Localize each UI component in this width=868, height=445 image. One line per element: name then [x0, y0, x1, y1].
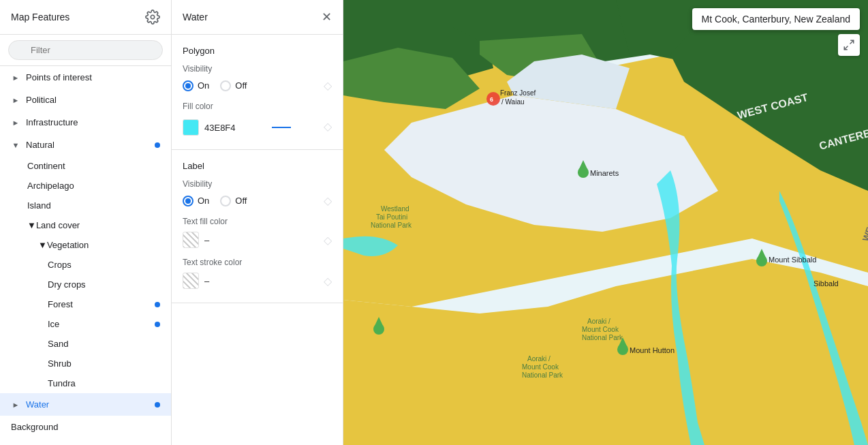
diamond-icon[interactable]: ◇: [324, 275, 332, 288]
nav-label: Shrub: [48, 358, 72, 369]
radio-off: [220, 80, 231, 91]
visibility-on-option[interactable]: On: [183, 80, 209, 91]
off-label: Off: [235, 80, 247, 91]
text-stroke-value: –: [204, 276, 209, 286]
sidebar-item-infrastructure[interactable]: ► Infrastructure: [0, 111, 171, 134]
off-label: Off: [235, 196, 247, 206]
color-swatch[interactable]: [183, 119, 199, 136]
svg-text:Mount Cook: Mount Cook: [582, 326, 619, 333]
text-stroke-color-label: Text stroke color: [183, 258, 332, 267]
sidebar-item-sand[interactable]: Sand: [0, 334, 171, 354]
diamond-icon[interactable]: ◇: [324, 79, 332, 92]
svg-text:National Park: National Park: [522, 371, 563, 379]
modified-dot: [155, 142, 160, 148]
label-visibility-off-option[interactable]: Off: [220, 196, 247, 206]
text-fill-value: –: [204, 235, 209, 245]
color-value: 43E8F4: [204, 123, 324, 133]
fullscreen-icon: [843, 39, 855, 51]
svg-text:/ Waiau: / Waiau: [501, 98, 525, 106]
sidebar-item-island[interactable]: Island: [0, 196, 171, 215]
text-fill-swatch[interactable]: [183, 232, 199, 248]
nav-label: Dry crops: [48, 279, 86, 290]
sidebar: Map Features ► Points of interest ► Poli…: [0, 0, 172, 445]
nav-label: Ice: [48, 319, 59, 329]
sidebar-item-dry-crops[interactable]: Dry crops: [0, 275, 171, 294]
sidebar-item-background[interactable]: Background: [0, 416, 171, 438]
nav-label: Archipelago: [27, 181, 74, 191]
svg-text:Franz Josef: Franz Josef: [500, 89, 536, 97]
svg-text:Westland: Westland: [381, 205, 409, 213]
label-visibility-on-option[interactable]: On: [183, 196, 209, 206]
sidebar-item-water[interactable]: ► Water: [0, 393, 171, 416]
diamond-icon[interactable]: ◇: [324, 234, 332, 247]
on-label: On: [198, 80, 209, 91]
panel-title: Water: [183, 12, 208, 22]
map-canvas[interactable]: WEST COAST CANTERBURY WEST COAST CANTERB…: [343, 0, 868, 445]
nav-label: Water: [26, 399, 49, 410]
nav-label: Continent: [27, 161, 65, 171]
polygon-section: Polygon Visibility On Off ◇ Fill color 4…: [172, 35, 343, 150]
diamond-icon[interactable]: ◇: [324, 194, 332, 207]
svg-text:Tai Poutini: Tai Poutini: [376, 213, 407, 221]
nav-label: Political: [26, 95, 57, 105]
close-icon[interactable]: ✕: [322, 10, 332, 25]
sidebar-item-natural[interactable]: ▼ Natural: [0, 134, 171, 156]
detail-panel: Water ✕ Polygon Visibility On Off ◇ Fill…: [172, 0, 343, 445]
label-radio-on: [183, 196, 193, 206]
visibility-label: Visibility: [183, 64, 332, 74]
map-search-bar: Mt Cook, Canterbury, New Zealand: [692, 8, 860, 30]
sidebar-item-points-of-interest[interactable]: ► Points of interest: [0, 66, 171, 89]
modified-dot: [155, 302, 160, 307]
modified-dot: [155, 402, 160, 408]
svg-point-0: [151, 15, 155, 19]
nav-label: Vegetation: [47, 240, 89, 250]
svg-text:National Park: National Park: [582, 334, 623, 341]
on-label: On: [198, 196, 209, 206]
svg-text:Minarets: Minarets: [590, 169, 619, 177]
svg-text:Mount Hutton: Mount Hutton: [630, 346, 675, 354]
text-fill-color-label: Text fill color: [183, 217, 332, 226]
nav-label: Infrastructure: [26, 117, 78, 127]
fullscreen-button[interactable]: [838, 34, 860, 56]
gear-icon[interactable]: [145, 10, 160, 25]
nav-label: Points of interest: [26, 72, 92, 82]
sidebar-item-continent[interactable]: Continent: [0, 156, 171, 176]
svg-point-42: [617, 344, 628, 355]
svg-text:Aoraki /: Aoraki /: [527, 355, 551, 363]
sidebar-item-political[interactable]: ► Political: [0, 89, 171, 111]
text-stroke-swatch[interactable]: [183, 273, 199, 289]
sidebar-item-archipelago[interactable]: Archipelago: [0, 176, 171, 196]
svg-line-45: [844, 46, 848, 50]
sidebar-item-land-cover[interactable]: ▼ Land cover: [0, 215, 171, 235]
svg-point-30: [756, 256, 767, 266]
sidebar-item-tundra[interactable]: Tundra: [0, 373, 171, 393]
line-indicator: [272, 127, 291, 128]
nav-label: Crops: [48, 260, 72, 270]
svg-text:Mount Cook: Mount Cook: [522, 363, 559, 371]
sidebar-item-ice[interactable]: Ice: [0, 314, 171, 334]
label-section: Label Visibility On Off ◇ Text fill colo…: [172, 150, 343, 303]
nav-label: Forest: [48, 299, 73, 309]
sidebar-item-crops[interactable]: Crops: [0, 255, 171, 275]
nav-label: Tundra: [48, 378, 76, 388]
sidebar-item-vegetation[interactable]: ▼ Vegetation: [0, 235, 171, 255]
label-visibility-label: Visibility: [183, 179, 332, 189]
sidebar-item-shrub[interactable]: Shrub: [0, 354, 171, 373]
svg-point-24: [578, 167, 589, 178]
filter-input[interactable]: [8, 40, 163, 60]
modified-dot: [155, 322, 160, 327]
chevron-down-icon: ▼: [38, 240, 47, 250]
diamond-icon[interactable]: ◇: [324, 120, 332, 133]
visibility-off-option[interactable]: Off: [220, 80, 247, 91]
svg-text:6: 6: [490, 96, 493, 103]
svg-point-34: [373, 324, 384, 335]
panel-header: Water ✕: [172, 0, 343, 35]
nav-label: Island: [27, 200, 51, 211]
svg-text:National Park: National Park: [371, 221, 412, 229]
sidebar-item-forest[interactable]: Forest: [0, 294, 171, 314]
chevron-right-icon: ►: [11, 96, 20, 104]
nav-items: ► Points of interest ► Political ► Infra…: [0, 66, 171, 445]
label-radio-off: [220, 196, 231, 206]
chevron-right-icon: ►: [11, 119, 20, 127]
radio-on: [183, 80, 193, 91]
